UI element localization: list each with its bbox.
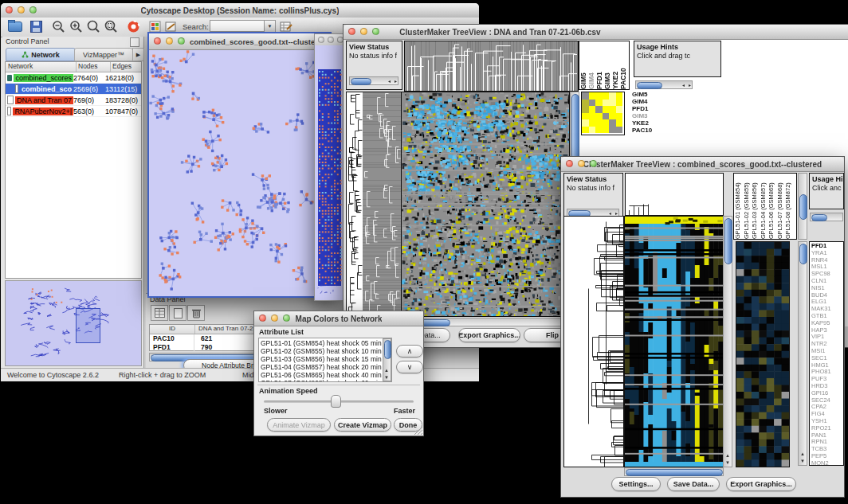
matrix-cell[interactable] (582, 113, 589, 120)
matrix-cell[interactable] (603, 100, 610, 107)
hints-hscrollbar-thumb[interactable] (811, 214, 827, 221)
search-input[interactable] (210, 20, 267, 32)
matrix-cell[interactable] (603, 92, 610, 100)
network-table-row[interactable]: combined_sco2569(6)13112(15) (6, 84, 141, 95)
help-lifesaver-icon[interactable] (125, 19, 141, 34)
zoom-in-icon[interactable] (68, 19, 84, 34)
treeview2-zoom-vscrollbar[interactable]: ▲ ▼ (798, 241, 807, 466)
close-button[interactable] (566, 160, 573, 167)
network-window-titlebar[interactable]: combined_scores_good.txt--cluste... (149, 33, 330, 50)
zoom-fit-icon[interactable] (85, 19, 101, 34)
scroll-up-icon[interactable]: ▲ (384, 367, 389, 373)
matrix-cell[interactable] (609, 106, 616, 113)
matrix-cell[interactable] (609, 113, 616, 120)
main-titlebar[interactable]: Cytoscape Desktop (Session Name: collins… (1, 3, 479, 18)
matrix-cell[interactable] (616, 119, 623, 127)
zoom-button[interactable] (372, 28, 379, 35)
column-label[interactable]: GPL51-06 (GSM865) (768, 175, 776, 239)
matrix-cell[interactable] (582, 92, 589, 100)
treeview1-heatmap[interactable] (401, 92, 570, 317)
close-button[interactable] (6, 6, 13, 14)
matrix-cell[interactable] (589, 119, 596, 127)
col-edges[interactable]: Edges (111, 62, 141, 72)
dense-cluster-container[interactable] (315, 45, 344, 300)
export-graphics-button[interactable]: Export Graphics... (726, 477, 796, 491)
close-button[interactable] (348, 28, 355, 35)
column-label[interactable]: GPL51-07 (GSM868) (776, 175, 785, 239)
zoomview-hscrollbar-thumb[interactable] (637, 82, 662, 89)
save-session-icon[interactable] (28, 19, 44, 34)
matrix-cell[interactable] (603, 119, 610, 127)
column-label[interactable]: GIM5 (579, 43, 587, 89)
treeview2-heatmap[interactable] (624, 216, 724, 467)
matrix-cell[interactable] (603, 113, 610, 120)
network-table-row[interactable]: combined_scores2764(0)16218(0) (6, 72, 141, 84)
export-graphics-button[interactable]: Export Graphics... (458, 328, 520, 342)
open-session-icon[interactable] (7, 19, 23, 34)
zoom-selected-icon[interactable] (103, 19, 119, 34)
scroll-right-icon[interactable]: ▸ (689, 82, 691, 88)
create-vizmap-button[interactable]: Create Vizmap (334, 418, 391, 432)
treeview2-heatmap-hscrollbar[interactable] (624, 467, 724, 476)
move-down-button[interactable]: ∨ (396, 361, 423, 373)
network-canvas-container[interactable] (149, 50, 330, 296)
column-label[interactable]: GPL51-01 (GSM854) (734, 175, 743, 239)
column-label[interactable]: GPL51-04 (GSM857) (760, 175, 768, 239)
heatmap-vscrollbar-thumb[interactable] (571, 94, 579, 159)
minimize-button[interactable] (328, 37, 334, 43)
matrix-cell[interactable] (609, 100, 616, 107)
heatmap-hscrollbar-thumb[interactable] (626, 469, 723, 476)
scroll-down-icon[interactable]: ▼ (800, 458, 805, 464)
matrix-cell[interactable] (609, 92, 616, 100)
matrix-cell[interactable] (616, 92, 623, 100)
col-nodes[interactable]: Nodes (77, 62, 111, 72)
delete-attribute-trash-icon[interactable] (187, 305, 205, 321)
move-up-button[interactable]: ∧ (396, 345, 423, 357)
close-button[interactable] (259, 315, 266, 322)
zoom-out-icon[interactable] (50, 19, 66, 34)
tab-network[interactable]: Network (6, 48, 76, 61)
treeview2-column-dendrogram[interactable] (625, 173, 724, 216)
view-status-hscrollbar-thumb[interactable] (351, 78, 371, 85)
matrix-cell[interactable] (589, 100, 596, 107)
treeview2-row-dendrogram[interactable] (563, 216, 624, 467)
network-table-row[interactable]: DNA and Tran 07769(0)183728(0) (6, 95, 141, 106)
col-network[interactable]: Network (6, 62, 77, 72)
minimize-button[interactable] (271, 315, 278, 322)
zoom-button[interactable] (178, 37, 185, 45)
attribute-list-vscrollbar[interactable]: ▲ ▼ (383, 338, 391, 381)
minimize-button[interactable] (578, 160, 585, 167)
save-data-button[interactable]: Save Data... (667, 477, 720, 491)
treeview1-row-dendrogram[interactable] (346, 92, 402, 317)
minimize-button[interactable] (166, 37, 173, 45)
close-button[interactable] (318, 37, 324, 43)
matrix-cell[interactable] (595, 106, 603, 113)
network-window2-titlebar[interactable] (315, 34, 344, 46)
labels-vscrollbar-thumb[interactable] (799, 194, 807, 220)
settings-button[interactable]: Settings... (611, 477, 661, 491)
matrix-cell[interactable] (589, 92, 596, 100)
treeview1-zoomview-hscrollbar[interactable]: ◂ ▸ (635, 80, 693, 89)
matrix-cell[interactable] (595, 92, 603, 100)
matrix-cell[interactable] (595, 127, 603, 134)
tab-overflow-button[interactable]: ▶ (132, 48, 144, 61)
matrix-cell[interactable] (603, 106, 610, 113)
scroll-up-icon[interactable]: ▲ (800, 451, 805, 457)
scroll-down-icon[interactable]: ▼ (725, 459, 730, 466)
column-label[interactable]: GIM3 (603, 43, 611, 89)
scroll-left-icon[interactable]: ◂ (388, 78, 391, 84)
matrix-cell[interactable] (616, 106, 623, 113)
matrix-cell[interactable] (616, 100, 623, 107)
zoom-button[interactable] (590, 160, 597, 167)
map-dialog-titlebar[interactable]: Map Colors to Network (254, 311, 423, 326)
zoom-vscrollbar-thumb[interactable] (799, 244, 807, 264)
matrix-cell[interactable] (616, 127, 623, 134)
scroll-up-icon[interactable]: ▲ (725, 452, 730, 459)
attribute-list-item[interactable]: GPL51-04 (GSM857) heat shock 20 min (261, 363, 390, 371)
matrix-cell[interactable] (609, 119, 616, 127)
birdseye-view[interactable] (5, 280, 142, 366)
matrix-cell[interactable] (582, 119, 589, 127)
network-table-row[interactable]: RNAPuberNov2+|563(0)107847(0) (6, 106, 141, 117)
tab-vizmapper[interactable]: VizMapper™ (74, 48, 133, 61)
view-status-hscrollbar[interactable]: ◂ ▸ (349, 76, 398, 85)
